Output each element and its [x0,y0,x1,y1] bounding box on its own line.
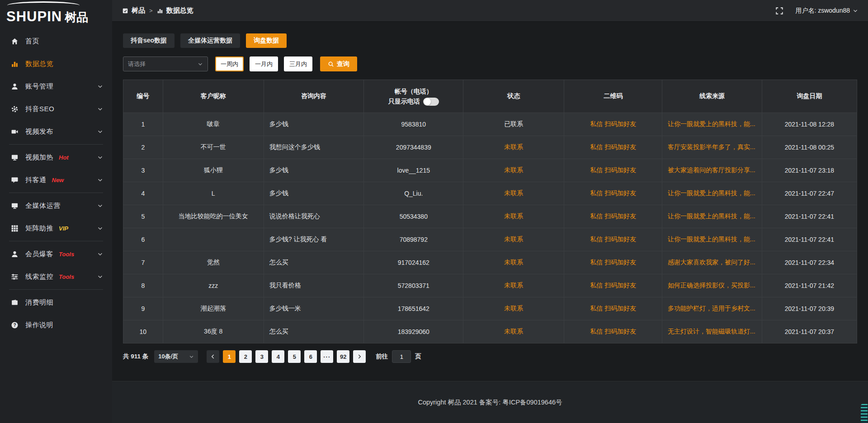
chat-widget[interactable] [861,404,868,423]
cell-source[interactable]: 让你一眼就爱上的黑科技，能... [662,205,762,228]
sidebar-item-data-overview[interactable]: 数据总览 [0,52,112,75]
page-button-2[interactable]: 2 [239,350,252,363]
fullscreen-icon[interactable] [775,7,783,15]
page-button-5[interactable]: 5 [288,350,301,363]
goto-page: 前往 页 [376,350,421,363]
sidebar-item-consume-detail[interactable]: 消费明细 [0,291,112,314]
prev-page-button[interactable] [207,350,219,363]
filter-select[interactable]: 请选择 [123,56,208,71]
sidebar-item-douyin-seo[interactable]: 抖音SEO [0,98,112,120]
next-page-button[interactable] [353,350,366,363]
cell-status: 未联系 [463,228,564,251]
cell-source[interactable]: 感谢大家喜欢我家，被问了好... [662,251,762,274]
page-button-92[interactable]: 92 [337,350,349,363]
sidebar-item-douketong[interactable]: 抖客通New [0,169,112,191]
page-size-label: 10条/页 [158,352,178,361]
chevron-down-icon [97,203,103,209]
cell-source[interactable]: 无主灯设计，智能磁吸轨道灯... [662,320,762,343]
table-body: 1啵章多少钱9583810已联系私信 扫码加好友让你一眼就爱上的黑科技，能...… [123,113,857,343]
cell-qrcode[interactable]: 私信 扫码加好友 [564,251,662,274]
tab-inquiry-data[interactable]: 询盘数据 [246,33,287,48]
tab-omni-media-data[interactable]: 全媒体运营数据 [180,33,240,48]
cell-account: 572803371 [364,274,463,297]
cell-qrcode[interactable]: 私信 扫码加好友 [564,159,662,182]
cell-source[interactable]: 让你一眼就爱上的黑科技，能... [662,113,762,136]
page-button-4[interactable]: 4 [272,350,284,363]
cell-status: 未联系 [463,159,564,182]
breadcrumb: 树品 > 数据总览 [122,6,193,15]
sidebar-item-lead-monitor[interactable]: 线索监控Tools [0,265,112,288]
sidebar-item-label: 视频加热 [25,153,53,162]
cell-nickname: 潮起潮落 [163,297,264,320]
logo[interactable]: SHUPIN 树品 [0,0,112,26]
cell-source[interactable]: 多功能护栏灯，适用于乡村文... [662,297,762,320]
sidebar-item-member-burst[interactable]: 会员爆客Tools [0,243,112,265]
select-placeholder: 请选择 [128,60,146,68]
sidebar-item-label: 消费明细 [25,298,53,307]
page-button-6[interactable]: 6 [304,350,317,363]
topbar-right: 用户名: zswodun88 [775,7,858,15]
cell-index: 7 [123,251,163,274]
cell-source[interactable]: 客厅安装投影半年多了，真实... [662,136,762,159]
total-count: 共 911 条 [123,352,148,361]
sidebar-item-operation-guide[interactable]: ?操作说明 [0,314,112,336]
tab-douyin-seo-data[interactable]: 抖音seo数据 [123,33,175,48]
cell-nickname: L [163,182,264,205]
chevron-down-icon [97,84,103,89]
table-row: 3狐小狸多少钱love__1215未联系私信 扫码加好友被大家追着问的客厅投影分… [123,159,857,182]
cell-index: 4 [123,182,163,205]
cell-qrcode[interactable]: 私信 扫码加好友 [564,205,662,228]
cell-source[interactable]: 让你一眼就爱上的黑科技，能... [662,228,762,251]
sidebar-item-label: 视频发布 [25,127,53,136]
range-button-2[interactable]: 三月内 [284,56,312,71]
page-size-select[interactable]: 10条/页 [154,350,198,363]
wallet-icon [11,299,19,306]
table-row: 4L多少钱Q_Liu.未联系私信 扫码加好友让你一眼就爱上的黑科技，能...20… [123,182,857,205]
cell-status: 未联系 [463,205,564,228]
toggle-knob [424,98,431,105]
phone-only-toggle[interactable] [423,98,439,106]
goto-unit: 页 [415,352,421,361]
cell-qrcode[interactable]: 私信 扫码加好友 [564,320,662,343]
app-root: SHUPIN 树品 首页数据总览账号管理抖音SEO视频发布视频加热Hot抖客通N… [0,0,868,423]
page-button-1[interactable]: 1 [223,350,236,363]
breadcrumb-separator: > [149,7,153,14]
cell-source[interactable]: 被大家追着问的客厅投影分享... [662,159,762,182]
page-button-3[interactable]: 3 [255,350,268,363]
cell-content: 怎么买 [264,251,364,274]
cell-qrcode[interactable]: 私信 扫码加好友 [564,182,662,205]
table-header-row: 编号客户昵称咨询内容帐号（电话）只显示电话状态二维码线索来源询盘日期 [123,80,857,113]
cell-source[interactable]: 如何正确选择投影仪，买投影... [662,274,762,297]
sidebar-item-account-management[interactable]: 账号管理 [0,75,112,98]
cell-account: 917024162 [364,251,463,274]
cell-source[interactable]: 让你一眼就爱上的黑科技，能... [662,182,762,205]
breadcrumb-root[interactable]: 树品 [132,6,145,15]
search-button[interactable]: 查询 [320,56,357,71]
cell-nickname: 当地比较能吃的一位美女 [163,205,264,228]
cell-nickname: 狐小狸 [163,159,264,182]
cell-qrcode[interactable]: 私信 扫码加好友 [564,113,662,136]
cell-qrcode[interactable]: 私信 扫码加好友 [564,274,662,297]
sidebar-item-video-heat[interactable]: 视频加热Hot [0,146,112,169]
sidebar-item-home[interactable]: 首页 [0,30,112,52]
range-button-1[interactable]: 一月内 [250,56,278,71]
cell-content: 怎么买 [264,320,364,343]
cell-index: 5 [123,205,163,228]
cell-qrcode[interactable]: 私信 扫码加好友 [564,297,662,320]
cell-date: 2021-11-07 20:39 [762,297,857,320]
sidebar-item-omni-media[interactable]: 全媒体运营 [0,194,112,217]
range-button-0[interactable]: 一周内 [215,56,244,71]
column-header-5: 二维码 [564,80,662,113]
chevron-down-icon [97,129,103,135]
sidebar-item-matrix-boost[interactable]: 矩阵助推VIP [0,217,112,240]
goto-page-input[interactable] [392,350,411,363]
user-icon [11,83,19,90]
cell-qrcode[interactable]: 私信 扫码加好友 [564,228,662,251]
sidebar-item-video-publish[interactable]: 视频发布 [0,120,112,143]
cell-qrcode[interactable]: 私信 扫码加好友 [564,136,662,159]
phone-toggle-label: 只显示电话 [388,98,420,106]
menu-badge-vip: VIP [59,225,68,232]
pagination-ellipsis[interactable]: ··· [321,350,333,363]
user-menu[interactable]: 用户名: zswodun88 [795,7,858,15]
search-button-label: 查询 [337,60,349,68]
